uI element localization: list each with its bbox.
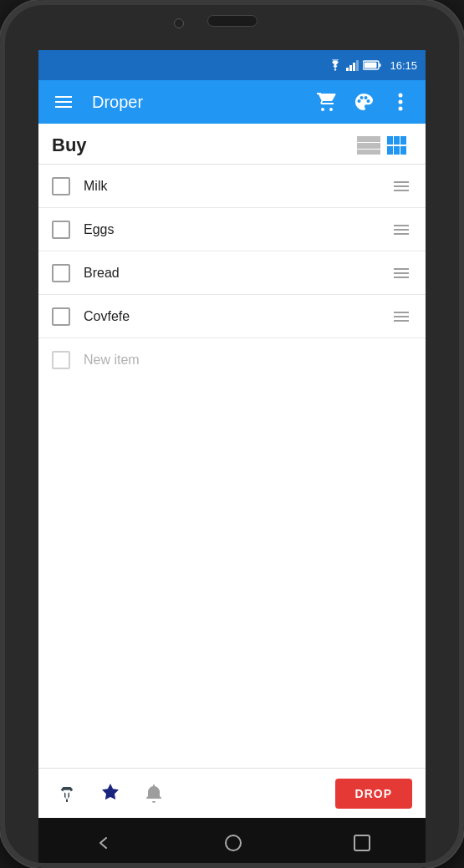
speaker	[207, 15, 257, 27]
new-item-row[interactable]: New item	[38, 338, 426, 382]
status-bar: 16:15	[38, 50, 426, 80]
svg-rect-5	[380, 63, 381, 67]
more-button[interactable]	[385, 87, 416, 117]
bell-icon	[144, 783, 164, 805]
shopping-list: Milk Eggs	[38, 165, 426, 768]
signal-icon	[346, 59, 359, 71]
menu-button[interactable]	[48, 93, 79, 111]
front-camera	[174, 18, 184, 28]
item-text-eggs: Eggs	[84, 222, 390, 237]
back-icon	[94, 834, 113, 852]
list-item: Milk	[38, 165, 426, 208]
phone-shell: 16:15 Droper	[0, 0, 464, 868]
view-list-button[interactable]	[385, 134, 412, 157]
status-icons: 16:15	[328, 59, 417, 72]
svg-rect-15	[400, 136, 406, 145]
screen: 16:15 Droper	[38, 50, 426, 818]
battery-icon	[363, 60, 381, 70]
view-toggle	[355, 134, 412, 157]
hamburger-line-3	[55, 106, 72, 108]
drop-button[interactable]: DROP	[335, 779, 412, 809]
more-icon	[398, 93, 403, 111]
pin-icon	[57, 784, 77, 804]
palette-icon	[354, 92, 374, 112]
svg-rect-18	[400, 146, 406, 155]
view-compact-icon	[357, 136, 380, 155]
app-bar-actions	[312, 87, 416, 117]
svg-rect-20	[354, 835, 370, 850]
navigation-bar	[38, 818, 426, 868]
hamburger-line-1	[55, 96, 72, 98]
bell-button[interactable]	[139, 779, 169, 809]
svg-rect-2	[353, 63, 355, 71]
cart-icon	[317, 93, 337, 111]
svg-point-9	[399, 107, 403, 111]
wifi-icon	[328, 59, 343, 71]
app-bar: Droper	[38, 80, 426, 124]
drag-handle-bread[interactable]	[390, 265, 412, 282]
svg-point-19	[226, 835, 241, 850]
back-button[interactable]	[94, 834, 113, 852]
list-item: Bread	[38, 251, 426, 295]
svg-rect-14	[394, 136, 400, 145]
svg-rect-11	[357, 143, 380, 149]
drag-handle-covfefe[interactable]	[390, 308, 412, 325]
drag-handle-eggs[interactable]	[390, 221, 412, 238]
svg-point-7	[399, 94, 403, 98]
list-item: Eggs	[38, 208, 426, 251]
svg-rect-10	[357, 136, 380, 142]
svg-rect-0	[346, 68, 349, 71]
new-item-input[interactable]: New item	[84, 353, 412, 368]
recents-icon	[354, 835, 370, 851]
list-title: Buy	[52, 135, 355, 156]
drag-handle-milk[interactable]	[390, 178, 412, 195]
svg-rect-13	[387, 136, 393, 145]
svg-point-8	[399, 100, 403, 104]
item-checkbox-eggs[interactable]	[52, 221, 70, 239]
new-item-checkbox	[52, 351, 70, 369]
content-area: Buy	[38, 124, 426, 818]
status-time: 16:15	[390, 59, 417, 72]
item-text-bread: Bread	[84, 266, 390, 281]
star-icon	[99, 783, 121, 804]
svg-rect-17	[394, 146, 400, 155]
home-icon	[224, 834, 242, 852]
list-item: Covfefe	[38, 295, 426, 338]
home-button[interactable]	[224, 834, 242, 852]
svg-rect-16	[387, 146, 393, 155]
item-checkbox-covfefe[interactable]	[52, 307, 70, 326]
svg-rect-12	[357, 150, 380, 155]
app-title: Droper	[92, 93, 312, 112]
bottom-toolbar: DROP	[38, 768, 426, 818]
svg-rect-6	[365, 63, 377, 69]
cart-button[interactable]	[312, 87, 342, 117]
item-checkbox-bread[interactable]	[52, 264, 70, 282]
item-text-milk: Milk	[84, 179, 390, 194]
pin-button[interactable]	[52, 779, 82, 809]
item-text-covfefe: Covfefe	[84, 309, 390, 324]
toolbar-action-icons	[52, 779, 335, 809]
list-header: Buy	[38, 124, 426, 165]
view-list-icon	[387, 136, 410, 155]
hamburger-line-2	[55, 101, 72, 103]
item-checkbox-milk[interactable]	[52, 177, 70, 195]
recents-button[interactable]	[354, 835, 370, 851]
svg-rect-1	[349, 65, 352, 71]
svg-rect-3	[356, 60, 359, 71]
view-compact-button[interactable]	[355, 134, 382, 157]
star-button[interactable]	[95, 779, 125, 809]
palette-button[interactable]	[349, 87, 379, 117]
